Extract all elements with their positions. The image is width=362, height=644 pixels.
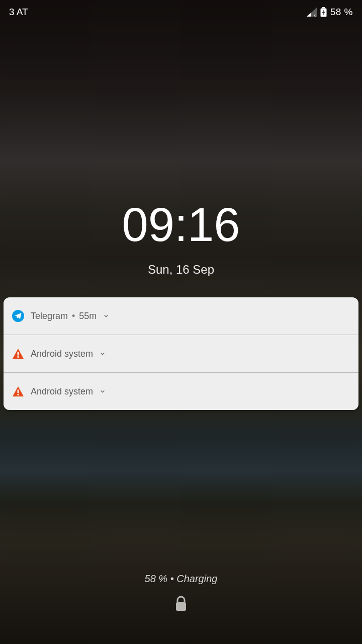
notification-app-name: Android system (31, 386, 93, 397)
signal-icon: x (307, 8, 317, 17)
lockscreen-bottom: 58 % • Charging (0, 573, 362, 614)
svg-rect-10 (176, 602, 186, 611)
notification-age: 55m (79, 311, 97, 321)
status-bar: 3 AT x 58 % (0, 0, 362, 24)
clock-time: 09:16 (0, 201, 362, 249)
lockscreen-clock: 09:16 Sun, 16 Sep (0, 201, 362, 277)
svg-rect-7 (18, 356, 19, 358)
chevron-down-icon[interactable] (103, 312, 110, 319)
battery-charging-icon (320, 7, 327, 17)
notification-app-name: Android system (31, 349, 93, 359)
battery-percent: 58 % (330, 7, 353, 18)
notification-header: Android system (31, 349, 106, 359)
notification-header: Android system (31, 386, 106, 397)
notification-row[interactable]: Telegram • 55m (4, 297, 358, 335)
notification-panel: Telegram • 55m Android system (4, 297, 358, 410)
svg-rect-9 (18, 394, 19, 395)
notification-header: Telegram • 55m (31, 311, 110, 321)
separator-dot: • (72, 311, 75, 321)
notification-row[interactable]: Android system (4, 373, 358, 410)
clock-date: Sun, 16 Sep (0, 263, 362, 277)
charging-status: 58 % • Charging (0, 573, 362, 585)
chevron-down-icon[interactable] (99, 388, 106, 395)
carrier-label: 3 AT (9, 7, 28, 18)
telegram-icon (12, 309, 25, 323)
svg-rect-6 (18, 352, 19, 356)
lock-icon[interactable] (174, 596, 188, 612)
status-right: x 58 % (307, 7, 353, 18)
warning-icon (12, 385, 25, 398)
warning-icon (12, 347, 25, 360)
svg-rect-3 (322, 7, 325, 9)
svg-rect-8 (18, 390, 19, 393)
notification-row[interactable]: Android system (4, 335, 358, 373)
chevron-down-icon[interactable] (99, 350, 106, 357)
svg-text:x: x (314, 13, 316, 17)
notification-app-name: Telegram (31, 311, 68, 321)
